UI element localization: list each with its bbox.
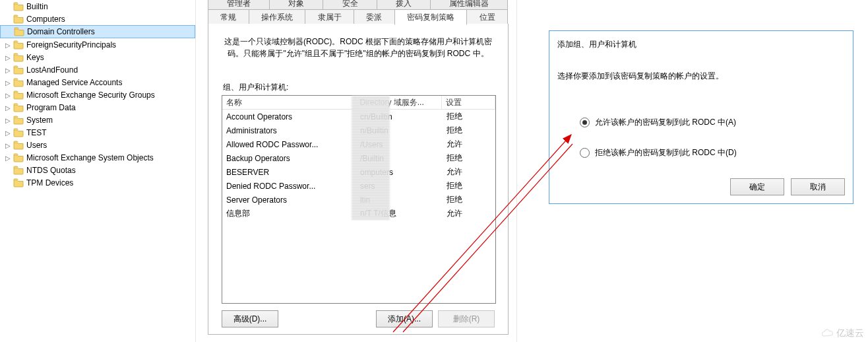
folder-icon <box>13 65 24 75</box>
cell-name: Denied RODC Passwor... <box>222 182 356 191</box>
tree-item[interactable]: ▷Keys <box>0 51 195 63</box>
table-row[interactable]: Administratorsn/Builtin拒绝 <box>222 123 495 137</box>
expander-icon[interactable]: ▷ <box>4 54 12 61</box>
tree-item[interactable]: ▷ForeignSecurityPrincipals <box>0 39 195 51</box>
tree-item-label: Managed Service Accounts <box>26 78 122 87</box>
tree-item-label: TPM Devices <box>26 178 73 188</box>
table-row[interactable]: 信息部n/T T/信息允许 <box>222 207 495 221</box>
cell-name: Backup Operators <box>222 154 356 163</box>
tree-item-label: Builtin <box>26 2 48 11</box>
col-header-directory[interactable]: Directory 域服务... <box>356 96 442 109</box>
cell-name: Allowed RODC Passwor... <box>222 140 356 149</box>
tree-item[interactable]: Computers <box>0 13 195 25</box>
tab[interactable]: 位置 <box>466 9 508 25</box>
ad-tree: Builtin Computers Domain Controllers▷For… <box>0 0 196 342</box>
cell-name: BESERVER <box>222 168 356 177</box>
tree-item[interactable]: ▷Program Data <box>0 102 195 114</box>
expander-icon[interactable]: ▷ <box>4 79 12 86</box>
cell-directory: n/Builtin <box>356 126 443 135</box>
tabs-row-1: 管理者对象安全拨入属性编辑器 <box>208 0 507 10</box>
cell-directory: /Builtin <box>356 154 443 163</box>
tree-item-label: Domain Controllers <box>26 27 95 36</box>
expander-icon[interactable]: ▷ <box>4 129 12 137</box>
folder-icon <box>13 2 24 11</box>
expander-icon[interactable]: ▷ <box>4 42 12 49</box>
tab[interactable]: 操作系统 <box>249 9 306 25</box>
listview-header: 名称 Directory 域服务... 设置 <box>222 96 495 110</box>
folder-icon <box>13 15 24 24</box>
table-row[interactable]: Account Operatorscn/Builtin拒绝 <box>222 110 495 123</box>
advanced-button[interactable]: 高级(D)... <box>222 310 278 327</box>
expander-icon[interactable]: ▷ <box>4 154 12 162</box>
cancel-button[interactable]: 取消 <box>791 178 845 195</box>
folder-icon <box>13 178 24 188</box>
tree-item[interactable]: NTDS Quotas <box>0 164 195 176</box>
cell-setting: 拒绝 <box>443 153 495 164</box>
tree-item[interactable]: Builtin <box>0 1 195 13</box>
tree-item-label: Computers <box>26 15 65 24</box>
expander-icon[interactable]: ▷ <box>4 67 12 74</box>
cell-setting: 允许 <box>443 166 495 178</box>
expander-icon[interactable]: ▷ <box>4 104 12 112</box>
tree-item[interactable]: ▷Microsoft Exchange Security Groups <box>0 89 195 101</box>
col-header-setting[interactable]: 设置 <box>442 96 495 109</box>
folder-icon <box>13 78 24 87</box>
cell-setting: 拒绝 <box>443 194 495 205</box>
tree-item[interactable]: ▷Microsoft Exchange System Objects <box>0 152 195 164</box>
col-header-name[interactable]: 名称 <box>222 96 356 109</box>
tree-item-label: LostAndFound <box>26 65 78 75</box>
expander-icon[interactable]: ▷ <box>4 92 12 99</box>
dialog-title: 添加组、用户和计算机 <box>557 39 636 50</box>
radio-deny[interactable]: 拒绝该帐户的密码复制到此 RODC 中(D) <box>580 146 737 159</box>
tree-item-label: System <box>26 116 53 125</box>
folder-icon <box>13 116 24 125</box>
cell-setting: 拒绝 <box>443 125 495 136</box>
radio-allow[interactable]: 允许该帐户的密码复制到此 RODC 中(A) <box>580 116 737 129</box>
tree-item[interactable]: ▷TEST <box>0 127 195 139</box>
tab-password-replication-policy[interactable]: 密码复制策略 <box>394 9 468 25</box>
tabs-row-2: 常规操作系统隶属于委派密码复制策略位置 <box>208 9 507 24</box>
tree-item-label: TEST <box>26 128 47 137</box>
folder-icon <box>13 128 24 137</box>
cell-name: Server Operators <box>222 195 356 205</box>
radio-allow-indicator <box>580 118 590 127</box>
cell-directory: ltin <box>356 195 443 205</box>
tree-item-label: Microsoft Exchange System Objects <box>26 153 154 162</box>
cell-directory: omputers <box>356 168 443 177</box>
expander-icon[interactable]: ▷ <box>4 117 12 124</box>
radio-deny-label: 拒绝该帐户的密码复制到此 RODC 中(D) <box>595 147 737 158</box>
tab[interactable]: 委派 <box>354 9 395 25</box>
table-row[interactable]: BESERVERomputers允许 <box>222 165 495 179</box>
folder-icon <box>14 27 24 36</box>
radio-allow-label: 允许该帐户的密码复制到此 RODC 中(A) <box>595 117 736 128</box>
tree-item[interactable]: ▷System <box>0 114 195 126</box>
cell-name: 信息部 <box>222 208 356 219</box>
table-row[interactable]: Server Operatorsltin拒绝 <box>222 193 495 207</box>
tree-item[interactable]: ▷Managed Service Accounts <box>0 77 195 88</box>
tree-item[interactable]: ▷Users <box>0 139 195 151</box>
cell-name: Administrators <box>222 126 356 135</box>
list-label: 组、用户和计算机: <box>223 82 288 93</box>
expander-icon[interactable]: ▷ <box>4 142 12 149</box>
ok-button[interactable]: 确定 <box>730 178 784 195</box>
tree-item[interactable]: Domain Controllers <box>0 25 195 38</box>
folder-icon <box>13 166 24 175</box>
tree-item-label: Keys <box>26 53 44 62</box>
cell-name: Account Operators <box>222 112 356 121</box>
accounts-listview[interactable]: 名称 Directory 域服务... 设置 Account Operators… <box>222 95 496 304</box>
watermark: 亿速云 <box>821 327 864 339</box>
folder-icon <box>13 40 24 50</box>
table-row[interactable]: Backup Operators/Builtin拒绝 <box>222 151 495 165</box>
policy-description: 这是一个只读域控制器(RODC)。RODC 根据下面的策略存储用户和计算机密码。… <box>219 36 497 59</box>
tab[interactable]: 隶属于 <box>305 9 354 25</box>
tree-item[interactable]: TPM Devices <box>0 177 195 189</box>
cell-setting: 允许 <box>443 139 495 150</box>
table-row[interactable]: Denied RODC Passwor...sers拒绝 <box>222 179 495 193</box>
tree-item[interactable]: ▷LostAndFound <box>0 64 195 76</box>
tab[interactable]: 常规 <box>208 9 249 25</box>
properties-body: 这是一个只读域控制器(RODC)。RODC 根据下面的策略存储用户和计算机密码。… <box>208 24 509 335</box>
cell-directory: n/T T/信息 <box>356 208 443 219</box>
tree-item-label: NTDS Quotas <box>26 166 76 175</box>
table-row[interactable]: Allowed RODC Passwor.../Users允许 <box>222 137 495 151</box>
add-button[interactable]: 添加(A)... <box>376 310 433 327</box>
